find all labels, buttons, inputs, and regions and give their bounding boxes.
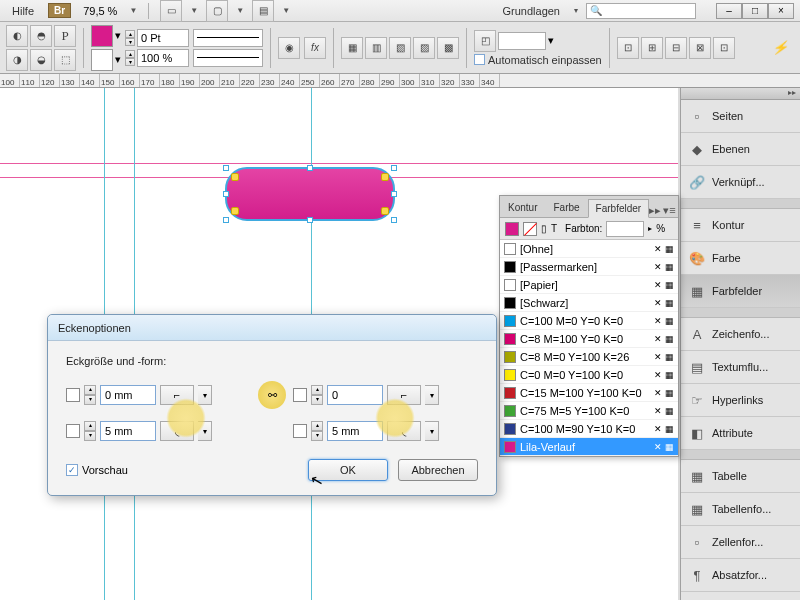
swatch-row[interactable]: [Passermarken]✕ ▦	[500, 258, 678, 276]
corner-tr-icon[interactable]	[293, 388, 307, 402]
tab-farbfelder[interactable]: Farbfelder	[588, 199, 650, 218]
dialog-title[interactable]: Eckenoptionen	[48, 315, 496, 341]
corner-tr-field[interactable]	[327, 385, 383, 405]
stepper[interactable]: ▴▾	[125, 50, 135, 66]
fit-icon[interactable]: ⊟	[665, 37, 687, 59]
chevron-down-icon[interactable]: ▾	[198, 385, 212, 405]
panel-menu-icon[interactable]: ▾≡	[663, 204, 675, 217]
opacity-field[interactable]: 100 %	[137, 49, 189, 67]
corner-icon[interactable]: ◰	[474, 30, 496, 52]
dock-item-zellenfor[interactable]: ▫Zellenfor...	[681, 526, 800, 559]
minimize-button[interactable]: –	[716, 3, 742, 19]
guide[interactable]	[0, 163, 678, 164]
tool-icon[interactable]: ◓	[30, 25, 52, 47]
rounded-rectangle-shape[interactable]	[225, 167, 395, 221]
text-wrap-icon[interactable]: ▦	[341, 37, 363, 59]
stroke-swatch[interactable]	[91, 49, 113, 71]
swatch-row[interactable]: C=100 M=90 Y=10 K=0✕ ▦	[500, 420, 678, 438]
effects-icon[interactable]: ◉	[278, 37, 300, 59]
selection-handle[interactable]	[391, 191, 397, 197]
stroke-style-field[interactable]	[193, 49, 263, 67]
swatch-row[interactable]: [Schwarz]✕ ▦	[500, 294, 678, 312]
corner-bl-icon[interactable]	[66, 424, 80, 438]
stepper[interactable]: ▴▾	[311, 421, 323, 441]
live-corner-handle[interactable]	[231, 173, 239, 181]
close-button[interactable]: ×	[768, 3, 794, 19]
corner-style-dropdown[interactable]: ⌐	[387, 385, 421, 405]
chevron-down-icon[interactable]: ▾	[548, 34, 554, 47]
corner-tl-icon[interactable]	[66, 388, 80, 402]
quick-apply-icon[interactable]: ⚡	[772, 40, 788, 55]
dock-item-zeichenfo[interactable]: AZeichenfo...	[681, 318, 800, 351]
chevron-down-icon[interactable]: ▾	[115, 29, 121, 42]
dock-item-hyperlinks[interactable]: ☞Hyperlinks	[681, 384, 800, 417]
corner-tl-field[interactable]	[100, 385, 156, 405]
text-wrap-icon[interactable]: ▩	[437, 37, 459, 59]
corner-br-field[interactable]	[327, 421, 383, 441]
live-corner-handle[interactable]	[231, 207, 239, 215]
chevron-down-icon[interactable]: ▼	[236, 6, 244, 15]
selection-handle[interactable]	[391, 217, 397, 223]
dock-item-farbe[interactable]: 🎨Farbe	[681, 242, 800, 275]
stepper[interactable]: ▴▾	[125, 30, 135, 46]
dock-item-ebenen[interactable]: ◆Ebenen	[681, 133, 800, 166]
chevron-down-icon[interactable]: ▸	[648, 224, 652, 233]
swatch-row[interactable]: C=75 M=5 Y=100 K=0✕ ▦	[500, 402, 678, 420]
swatch-row[interactable]: C=0 M=0 Y=100 K=0✕ ▦	[500, 366, 678, 384]
dock-item-attribute[interactable]: ◧Attribute	[681, 417, 800, 450]
stepper[interactable]: ▴▾	[84, 385, 96, 405]
swatch-row[interactable]: [Ohne]✕ ▦	[500, 240, 678, 258]
fit-icon[interactable]: ⊠	[689, 37, 711, 59]
paragraph-icon[interactable]: P	[54, 25, 76, 47]
live-corner-handle[interactable]	[381, 207, 389, 215]
fit-icon[interactable]: ⊡	[617, 37, 639, 59]
chevron-down-icon[interactable]: ▾	[574, 6, 578, 15]
text-wrap-icon[interactable]: ▨	[413, 37, 435, 59]
zoom-level[interactable]: 79,5 %	[79, 4, 121, 18]
bridge-badge[interactable]: Br	[48, 3, 71, 18]
cancel-button[interactable]: Abbrechen	[398, 459, 478, 481]
chevron-down-icon[interactable]: ▾	[425, 385, 439, 405]
swatch-row[interactable]: C=100 M=0 Y=0 K=0✕ ▦	[500, 312, 678, 330]
dock-item-tabellenfo[interactable]: ▦Tabellenfo...	[681, 493, 800, 526]
live-corner-handle[interactable]	[381, 173, 389, 181]
screen-mode-icon[interactable]: ▢	[206, 0, 228, 22]
workspace-switcher[interactable]: Grundlagen	[497, 3, 567, 19]
tab-kontur[interactable]: Kontur	[500, 198, 545, 217]
chevron-down-icon[interactable]: ▾	[198, 421, 212, 441]
swatch-row[interactable]: C=8 M=100 Y=0 K=0✕ ▦	[500, 330, 678, 348]
view-options-icon[interactable]: ▭	[160, 0, 182, 22]
preview-checkbox[interactable]: ✓Vorschau	[66, 464, 128, 476]
container-icon[interactable]: ▯	[541, 223, 547, 234]
dock-item-absatzfor[interactable]: ¶Absatzfor...	[681, 559, 800, 592]
corner-br-icon[interactable]	[293, 424, 307, 438]
swatch-row[interactable]: [Papier]✕ ▦	[500, 276, 678, 294]
stroke-style-field[interactable]	[193, 29, 263, 47]
chevron-down-icon[interactable]: ▾	[425, 421, 439, 441]
menu-help[interactable]: Hilfe	[6, 3, 40, 19]
link-corners-icon[interactable]: ⚯	[258, 381, 286, 409]
stroke-weight-field[interactable]: 0 Pt	[137, 29, 189, 47]
corner-style-dropdown[interactable]: ◟	[387, 421, 421, 441]
dock-item-verknpf[interactable]: 🔗Verknüpf...	[681, 166, 800, 199]
selection-handle[interactable]	[223, 191, 229, 197]
corner-style-dropdown[interactable]: ⌐	[160, 385, 194, 405]
swatch-row[interactable]: C=15 M=100 Y=100 K=0✕ ▦	[500, 384, 678, 402]
tool-icon[interactable]: ◑	[6, 49, 28, 71]
chevron-down-icon[interactable]: ▼	[190, 6, 198, 15]
fit-icon[interactable]: ⊞	[641, 37, 663, 59]
tool-icon[interactable]: ⬚	[54, 49, 76, 71]
dock-item-textumflu[interactable]: ▤Textumflu...	[681, 351, 800, 384]
swatch-row[interactable]: C=8 M=0 Y=100 K=26✕ ▦	[500, 348, 678, 366]
corner-style-dropdown[interactable]: ◟	[160, 421, 194, 441]
stroke-indicator[interactable]	[523, 222, 537, 236]
dock-item-tabelle[interactable]: ▦Tabelle	[681, 460, 800, 493]
fit-icon[interactable]: ⊡	[713, 37, 735, 59]
dock-header[interactable]: ▸▸	[681, 88, 800, 100]
dock-item-kontur[interactable]: ≡Kontur	[681, 209, 800, 242]
selection-handle[interactable]	[391, 165, 397, 171]
search-input[interactable]: 🔍	[586, 3, 696, 19]
text-wrap-icon[interactable]: ▧	[389, 37, 411, 59]
text-icon[interactable]: T	[551, 223, 557, 234]
text-wrap-icon[interactable]: ▥	[365, 37, 387, 59]
